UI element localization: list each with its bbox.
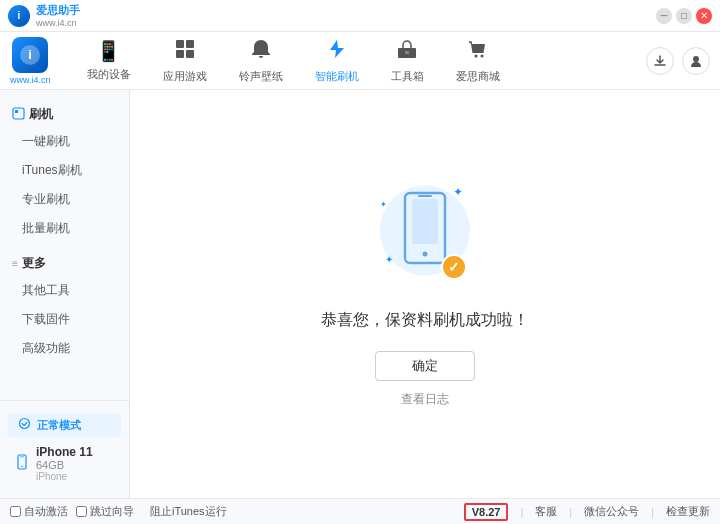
content-area: ✦ ✦ ✦ ✓ 恭喜您，保资料刷机成功啦！ 确定 查看日志 <box>130 90 720 498</box>
bottom-left: 自动激活 跳过向导 <box>10 504 140 519</box>
device-details: iPhone 11 64GB iPhone <box>36 445 93 482</box>
sidebar: 刷机 一键刷机 iTunes刷机 专业刷机 批量刷机 ≡ 更多 其他工具 下载固… <box>0 90 130 498</box>
nav-label-ringtones: 铃声壁纸 <box>239 69 283 84</box>
main-layout: 刷机 一键刷机 iTunes刷机 专业刷机 批量刷机 ≡ 更多 其他工具 下载固… <box>0 90 720 498</box>
nav-label-my-device: 我的设备 <box>87 67 131 82</box>
support-link[interactable]: 客服 <box>535 504 557 519</box>
auto-activate-input[interactable] <box>10 506 21 517</box>
svg-point-9 <box>480 54 483 57</box>
sidebar-more-section: ≡ 更多 <box>0 247 129 276</box>
device-section: 正常模式 iPhone 11 64GB iPhone <box>0 400 129 488</box>
sidebar-item-other-tools[interactable]: 其他工具 <box>0 276 129 305</box>
ringtones-icon <box>250 38 272 65</box>
sidebar-flash-section: 刷机 <box>0 100 129 127</box>
svg-rect-4 <box>176 50 184 58</box>
nav-items: 📱 我的设备 应用游戏 铃声壁纸 智能刷机 <box>71 32 646 90</box>
svg-text:i: i <box>28 47 32 62</box>
check-badge: ✓ <box>441 254 467 280</box>
itunes-label: 阻止iTunes运行 <box>150 504 227 519</box>
my-device-icon: 📱 <box>96 39 121 63</box>
activation-guide-checkbox[interactable]: 跳过向导 <box>76 504 134 519</box>
nav-item-apps-games[interactable]: 应用游戏 <box>147 32 223 90</box>
svg-rect-16 <box>20 456 24 457</box>
check-update-link[interactable]: 检查更新 <box>666 504 710 519</box>
sidebar-item-batch-flash[interactable]: 批量刷机 <box>0 214 129 243</box>
nav-item-ringtones[interactable]: 铃声壁纸 <box>223 32 299 90</box>
svg-rect-18 <box>412 199 438 244</box>
svg-point-19 <box>423 252 428 257</box>
toolbox-icon <box>396 38 418 65</box>
nav-item-toolbox[interactable]: 工具箱 <box>375 32 440 90</box>
apps-games-icon <box>174 38 196 65</box>
view-log-link[interactable]: 查看日志 <box>401 391 449 408</box>
sidebar-item-download-firmware[interactable]: 下载固件 <box>0 305 129 334</box>
device-phone-icon <box>14 454 30 474</box>
bottom-center: 阻止iTunes运行 <box>140 504 464 519</box>
logo-icon: i <box>8 5 30 27</box>
sparkle-1: ✦ <box>453 185 463 199</box>
auto-activate-checkbox[interactable]: 自动激活 <box>10 504 68 519</box>
nav-right <box>646 47 710 75</box>
wechat-link[interactable]: 微信公众号 <box>584 504 639 519</box>
nav-bar: i www.i4.cn 📱 我的设备 应用游戏 铃声壁纸 <box>0 32 720 90</box>
download-button[interactable] <box>646 47 674 75</box>
sparkle-2: ✦ <box>380 200 387 209</box>
logo-text: 爱思助手 www.i4.cn <box>36 3 80 28</box>
nav-logo-icon: i <box>12 37 48 73</box>
device-info[interactable]: iPhone 11 64GB iPhone <box>4 441 125 486</box>
svg-rect-12 <box>15 110 18 113</box>
svg-point-8 <box>474 54 477 57</box>
nav-logo-url: www.i4.cn <box>10 75 51 85</box>
svg-rect-11 <box>13 108 24 119</box>
nav-item-smart-flash[interactable]: 智能刷机 <box>299 32 375 90</box>
nav-item-ishop[interactable]: 爱思商城 <box>440 32 516 90</box>
nav-label-apps-games: 应用游戏 <box>163 69 207 84</box>
svg-rect-2 <box>176 40 184 48</box>
nav-logo: i www.i4.cn <box>10 37 51 85</box>
version-badge: V8.27 <box>464 503 509 521</box>
svg-rect-7 <box>405 51 409 54</box>
user-button[interactable] <box>682 47 710 75</box>
svg-point-10 <box>693 56 699 62</box>
svg-rect-5 <box>186 50 194 58</box>
smart-flash-icon <box>326 38 348 65</box>
bottom-bar: 自动激活 跳过向导 阻止iTunes运行 V8.27 | 客服 | 微信公众号 … <box>0 498 720 524</box>
minimize-button[interactable]: ─ <box>656 8 672 24</box>
close-button[interactable]: ✕ <box>696 8 712 24</box>
svg-rect-3 <box>186 40 194 48</box>
divider-3: | <box>651 506 654 518</box>
device-mode-icon <box>18 417 31 433</box>
nav-item-my-device[interactable]: 📱 我的设备 <box>71 33 147 88</box>
svg-rect-20 <box>418 195 432 197</box>
sidebar-item-one-click-flash[interactable]: 一键刷机 <box>0 127 129 156</box>
maximize-button[interactable]: □ <box>676 8 692 24</box>
nav-label-toolbox: 工具箱 <box>391 69 424 84</box>
success-illustration: ✦ ✦ ✦ ✓ <box>375 180 475 290</box>
app-logo: i 爱思助手 www.i4.cn <box>8 3 80 28</box>
bottom-right: V8.27 | 客服 | 微信公众号 | 检查更新 <box>464 503 710 521</box>
sparkle-3: ✦ <box>385 254 393 265</box>
divider-1: | <box>520 506 523 518</box>
title-bar: i 爱思助手 www.i4.cn ─ □ ✕ <box>0 0 720 32</box>
sidebar-item-itunes-flash[interactable]: iTunes刷机 <box>0 156 129 185</box>
svg-point-15 <box>21 465 23 467</box>
ishop-icon <box>467 38 489 65</box>
window-controls: ─ □ ✕ <box>656 8 712 24</box>
confirm-button[interactable]: 确定 <box>375 351 475 381</box>
nav-label-ishop: 爱思商城 <box>456 69 500 84</box>
activation-guide-input[interactable] <box>76 506 87 517</box>
svg-point-13 <box>20 419 30 429</box>
sidebar-item-advanced-features[interactable]: 高级功能 <box>0 334 129 363</box>
success-title: 恭喜您，保资料刷机成功啦！ <box>321 310 529 331</box>
more-icon: ≡ <box>12 258 18 269</box>
flash-section-icon <box>12 107 25 123</box>
nav-label-smart-flash: 智能刷机 <box>315 69 359 84</box>
sidebar-item-pro-flash[interactable]: 专业刷机 <box>0 185 129 214</box>
device-mode[interactable]: 正常模式 <box>8 413 121 437</box>
divider-2: | <box>569 506 572 518</box>
